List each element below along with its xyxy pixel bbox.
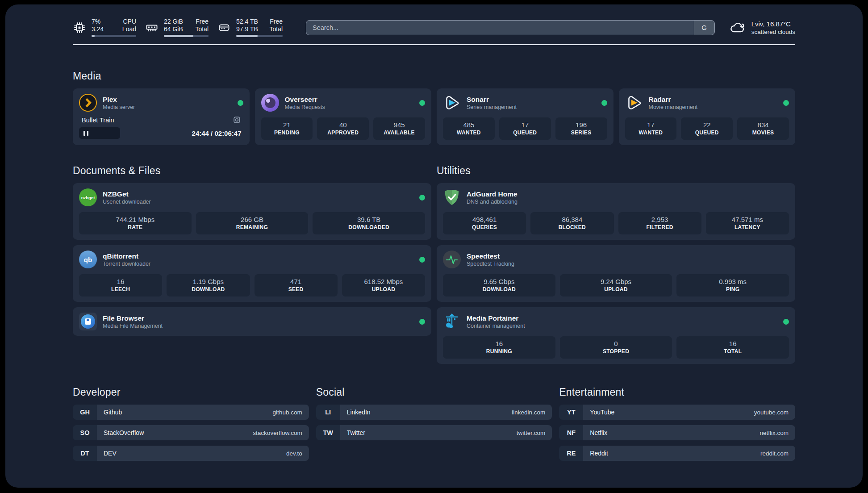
app-name: Overseerr [285, 95, 325, 104]
cpu-load-value: 3.24 [92, 25, 104, 33]
stat-tile: 618.52 Mbps UPLOAD [342, 274, 425, 297]
status-online-dot [419, 257, 425, 263]
link-tag: LI [316, 405, 340, 420]
cpu-progress-track [92, 35, 136, 37]
playback-progress-pill [79, 127, 120, 139]
memory-total-value: 64 GiB [164, 25, 183, 33]
cpu-usage-value: 7% [92, 18, 100, 25]
stat-tile: 471 SEED [255, 274, 338, 297]
plex-icon [79, 94, 97, 112]
app-card-qbittorrent[interactable]: qb qBittorrent Torrent downloader 16 LEE… [73, 245, 431, 302]
stat-tile: 1.19 Gbps DOWNLOAD [167, 274, 250, 297]
stat-tile: 2,953 FILTERED [618, 212, 701, 234]
stat-tile: 17 QUEUED [499, 117, 551, 140]
app-card-sonarr[interactable]: Sonarr Series management 485 WANTED 17 Q… [437, 88, 613, 145]
app-card-radarr[interactable]: Radarr Movie management 17 WANTED 22 QUE… [619, 88, 796, 145]
stat-tile: 834 MOVIES [737, 117, 789, 140]
stat-tile: 9.24 Gbps UPLOAD [560, 274, 672, 297]
sonarr-icon [443, 94, 461, 112]
nzbget-icon: nzbget [79, 188, 97, 206]
app-description: Usenet downloader [103, 198, 151, 205]
disk-total-value: 97.9 TB [236, 25, 258, 33]
link-row-linkedin[interactable]: LI LinkedIn linkedin.com [316, 405, 552, 420]
link-tag: RE [559, 446, 583, 461]
stat-tile: 16 LEECH [79, 274, 162, 297]
stat-tile: 39.6 TB DOWNLOADED [313, 212, 425, 234]
link-row-youtube[interactable]: YT YouTube youtube.com [559, 405, 795, 420]
stat-tile: 0.993 ms PING [676, 274, 789, 297]
link-row-reddit[interactable]: RE Reddit reddit.com [559, 446, 795, 461]
search-input[interactable] [306, 21, 694, 35]
status-online-dot [601, 100, 607, 106]
app-name: qBittorrent [103, 252, 150, 260]
link-url: netflix.com [760, 430, 789, 436]
cpu-widget: 7% CPU 3.24 Load [73, 18, 136, 37]
radarr-icon [625, 94, 643, 112]
stat-tile: 22 QUEUED [681, 117, 733, 140]
status-online-dot [783, 319, 789, 325]
app-description: Series management [467, 104, 517, 111]
search-engine-button[interactable]: G [694, 21, 714, 35]
app-description: Torrent downloader [103, 260, 150, 267]
link-row-dev[interactable]: DT DEV dev.to [73, 446, 309, 461]
section-title-documents: Documents & Files [73, 165, 431, 177]
link-url: linkedin.com [512, 409, 545, 416]
app-name: Media Portainer [467, 314, 525, 322]
app-card-overseerr[interactable]: Overseerr Media Requests 21 PENDING 40 A… [255, 88, 432, 145]
playback-time: 24:44 / 02:06:47 [192, 130, 243, 137]
link-row-twitter[interactable]: TW Twitter twitter.com [316, 425, 552, 440]
app-name: AdGuard Home [467, 190, 517, 198]
memory-progress-fill [164, 35, 193, 37]
app-card-speedtest[interactable]: Speedtest Speedtest Tracking 9.65 Gbps D… [437, 245, 795, 302]
overseerr-icon [261, 94, 279, 112]
link-tag: GH [73, 405, 97, 420]
app-description: Media File Management [103, 322, 163, 330]
media-cards-grid: Plex Media server Bullet Train 24:44 / 0… [73, 88, 795, 145]
weather-location-temp: Lviv, 16.87°C [751, 20, 795, 28]
stat-tile: 17 WANTED [625, 117, 677, 140]
link-row-github[interactable]: GH Github github.com [73, 405, 309, 420]
link-name: Reddit [590, 450, 608, 457]
link-row-stackoverflow[interactable]: SO StackOverflow stackoverflow.com [73, 425, 309, 440]
link-url: github.com [273, 409, 302, 416]
app-card-filebrowser[interactable]: File Browser Media File Management [73, 307, 431, 336]
app-card-plex[interactable]: Plex Media server Bullet Train 24:44 / 0… [73, 88, 250, 145]
link-url: youtube.com [754, 409, 789, 416]
cloud-icon [729, 21, 746, 34]
plex-now-playing-row: Bullet Train [79, 116, 243, 124]
weather-condition: scattered clouds [751, 28, 795, 36]
link-tag: YT [559, 405, 583, 420]
status-online-dot [419, 319, 425, 325]
stat-tile: 40 APPROVED [317, 117, 369, 140]
memory-widget: 22 GiB Free 64 GiB Total [145, 18, 209, 37]
disk-widget: 52.4 TB Free 97.9 TB Total [217, 18, 283, 37]
stat-tile: 16 TOTAL [676, 336, 789, 359]
stat-tile: 16 RUNNING [443, 336, 555, 359]
disk-total-label: Total [269, 25, 283, 33]
app-name: Speedtest [467, 252, 514, 260]
app-card-nzbget[interactable]: nzbget NZBGet Usenet downloader 744.21 M… [73, 183, 431, 240]
disk-progress-track [236, 35, 283, 37]
stat-tile: 86,384 BLOCKED [530, 212, 613, 234]
link-name: YouTube [590, 409, 614, 416]
portainer-icon [443, 313, 461, 330]
app-card-portainer[interactable]: Media Portainer Container management 16 … [437, 307, 795, 364]
disk-progress-fill [236, 35, 258, 37]
link-url: stackoverflow.com [253, 430, 302, 436]
app-name: File Browser [103, 314, 163, 322]
cpu-usage-label: CPU [123, 18, 136, 25]
link-url: twitter.com [517, 430, 546, 436]
stat-tile: 266 GB REMAINING [196, 212, 309, 234]
app-card-adguard[interactable]: AdGuard Home DNS and adblocking 498,461 … [437, 183, 795, 240]
memory-progress-track [164, 35, 209, 37]
adguard-icon [443, 188, 461, 206]
link-name: LinkedIn [347, 409, 371, 416]
app-name: NZBGet [103, 190, 151, 198]
stat-tile: 945 AVAILABLE [373, 117, 425, 140]
status-online-dot [419, 195, 425, 201]
section-title-developer: Developer [73, 386, 309, 398]
section-title-utilities: Utilities [437, 165, 795, 177]
link-row-netflix[interactable]: NF Netflix netflix.com [559, 425, 795, 440]
link-name: Twitter [347, 429, 365, 436]
status-online-dot [238, 100, 243, 106]
